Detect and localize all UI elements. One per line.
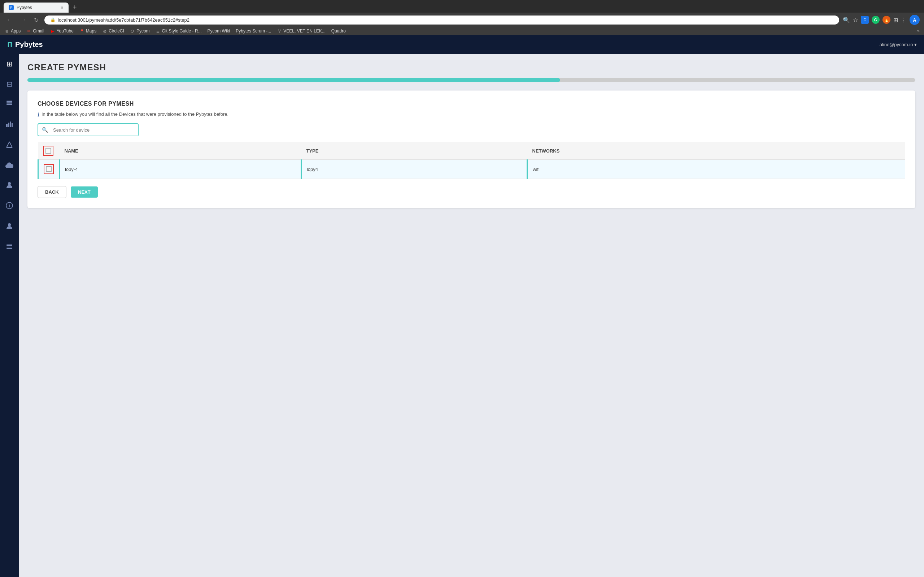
table-header-checkbox — [38, 142, 60, 160]
bookmark-pycom-wiki[interactable]: Pycom Wiki — [208, 29, 230, 34]
search-container: 🔍 — [37, 123, 139, 136]
sidebar-item-user[interactable] — [3, 179, 15, 193]
tab-close-button[interactable]: × — [61, 5, 63, 10]
active-tab[interactable]: P Pybytes × — [3, 3, 69, 13]
device-type: lopy4 — [301, 160, 527, 179]
app-logo-text: Pybytes — [15, 40, 43, 49]
bookmark-maps-label: Maps — [86, 29, 96, 34]
app-navbar: ᴨ Pybytes aline@pycom.io ▾ — [0, 35, 924, 54]
page-title: CREATE PYMESH — [27, 62, 915, 73]
row-checkbox-cell — [38, 160, 60, 179]
bookmark-youtube-label: YouTube — [57, 29, 74, 34]
ext-icon-1: C — [861, 16, 869, 24]
bookmark-veel-label: VEEL, VET EN LEK... — [283, 29, 326, 34]
header-checkbox-area — [43, 146, 53, 156]
gmail-favicon: ✉ — [26, 29, 31, 34]
ext-icon-fire: 🔥 — [882, 16, 890, 24]
main-content: CREATE PYMESH CHOOSE DEVICES FOR PYMESH … — [19, 54, 924, 577]
row-checkbox[interactable] — [46, 166, 52, 172]
sidebar-item-dashboard[interactable]: ⊞ — [4, 57, 15, 70]
bookmark-maps[interactable]: 📍 Maps — [79, 29, 96, 34]
sidebar-item-cloud[interactable] — [3, 160, 16, 172]
info-text-container: ℹ In the table below you will find all t… — [37, 111, 905, 118]
svg-line-7 — [6, 142, 10, 148]
app-container: ⊞ ⊟ — [0, 54, 924, 577]
bookmark-pycom[interactable]: ⬡ Pycom — [130, 29, 150, 34]
url-input[interactable]: 🔒 localhost:3001/pymesh/add/5e7cbfab71f7… — [44, 16, 839, 24]
bookmark-quadro-label: Quadro — [331, 29, 346, 34]
action-row: BACK NEXT — [37, 186, 905, 198]
pycom-favicon: ⬡ — [130, 29, 135, 34]
svg-rect-2 — [6, 104, 12, 105]
bookmark-pybytes-scrum[interactable]: Pybytes Scrum -... — [236, 29, 271, 34]
sidebar-item-device-manager[interactable] — [3, 98, 15, 111]
svg-rect-6 — [11, 123, 13, 127]
bookmark-veel[interactable]: V VEEL, VET EN LEK... — [277, 29, 326, 34]
sidebar-item-account[interactable] — [3, 220, 15, 234]
table-header-networks: NETWORKS — [527, 142, 905, 160]
user-email: aline@pycom.io — [880, 42, 913, 47]
veel-favicon: V — [277, 29, 282, 34]
youtube-favicon: ▶ — [50, 29, 55, 34]
svg-rect-3 — [6, 124, 8, 127]
sidebar-item-info[interactable]: i — [3, 200, 15, 213]
nav-refresh-button[interactable]: ↻ — [32, 16, 41, 24]
nav-back-button[interactable]: ← — [4, 16, 15, 24]
menu-icon[interactable]: ⋮ — [901, 16, 907, 23]
svg-rect-17 — [6, 248, 12, 249]
bookmark-apps-label: Apps — [11, 29, 21, 34]
browser-chrome: P Pybytes × + ← → ↻ 🔒 localhost:3001/pym… — [0, 0, 924, 35]
bookmark-quadro[interactable]: Quadro — [331, 29, 346, 34]
bookmark-gmail-label: Gmail — [33, 29, 44, 34]
bookmark-gmail[interactable]: ✉ Gmail — [26, 29, 44, 34]
main-card: CHOOSE DEVICES FOR PYMESH ℹ In the table… — [27, 90, 915, 208]
svg-point-13 — [8, 223, 11, 226]
bookmark-git[interactable]: ☰ Git Style Guide - R... — [155, 29, 202, 34]
svg-point-10 — [8, 182, 11, 185]
svg-rect-15 — [6, 245, 12, 246]
search-input[interactable] — [52, 124, 138, 135]
sidebar-item-logs[interactable] — [3, 241, 15, 254]
extensions-icon[interactable]: ⊞ — [893, 16, 898, 23]
bookmark-youtube[interactable]: ▶ YouTube — [50, 29, 74, 34]
git-favicon: ☰ — [155, 29, 161, 34]
new-tab-button[interactable]: + — [70, 2, 80, 13]
row-checkbox-area — [44, 164, 54, 174]
bookmarks-more-button[interactable]: » — [917, 29, 920, 34]
svg-rect-16 — [6, 247, 12, 247]
bookmark-pycom-wiki-label: Pycom Wiki — [208, 29, 230, 34]
sidebar-item-data[interactable] — [3, 118, 15, 132]
progress-bar-fill — [27, 78, 560, 82]
svg-rect-5 — [10, 121, 11, 127]
device-networks: wifi — [527, 160, 905, 179]
info-circle-icon: ℹ — [37, 112, 39, 118]
bookmark-star-icon[interactable]: ☆ — [853, 16, 858, 23]
address-actions: 🔍 ☆ C G 🔥 ⊞ ⋮ A — [843, 15, 920, 25]
user-menu[interactable]: aline@pycom.io ▾ — [880, 42, 917, 47]
search-icon[interactable]: 🔍 — [843, 16, 850, 23]
sidebar-item-pymesh[interactable] — [3, 139, 15, 152]
sidebar-item-devices[interactable]: ⊟ — [4, 77, 15, 90]
app-logo[interactable]: ᴨ Pybytes — [7, 39, 43, 49]
maps-favicon: 📍 — [79, 29, 84, 34]
next-button[interactable]: NEXT — [71, 187, 98, 198]
section-title: CHOOSE DEVICES FOR PYMESH — [37, 101, 905, 107]
bookmark-pycom-label: Pycom — [136, 29, 150, 34]
bookmarks-bar: ⊞ Apps ✉ Gmail ▶ YouTube 📍 Maps ◎ Circle… — [0, 27, 924, 35]
table-row: lopy-4 lopy4 wifi — [38, 160, 906, 179]
tab-title: Pybytes — [16, 5, 32, 10]
circleci-favicon: ◎ — [102, 29, 107, 34]
profile-icon[interactable]: A — [909, 15, 920, 25]
bookmark-circleci[interactable]: ◎ CircleCI — [102, 29, 124, 34]
security-lock-icon: 🔒 — [50, 17, 56, 23]
select-all-checkbox[interactable] — [45, 148, 51, 154]
table-header-name: NAME — [60, 142, 301, 160]
bookmark-pybytes-scrum-label: Pybytes Scrum -... — [236, 29, 271, 34]
tab-bar: P Pybytes × + — [0, 0, 924, 13]
search-button[interactable]: 🔍 — [38, 124, 52, 135]
back-button[interactable]: BACK — [37, 186, 66, 198]
device-table: NAME TYPE NETWORKS lopy-4 lopy4 — [37, 142, 905, 179]
bookmark-apps[interactable]: ⊞ Apps — [4, 29, 21, 34]
progress-bar-container — [27, 78, 915, 82]
nav-forward-button[interactable]: → — [18, 16, 28, 24]
